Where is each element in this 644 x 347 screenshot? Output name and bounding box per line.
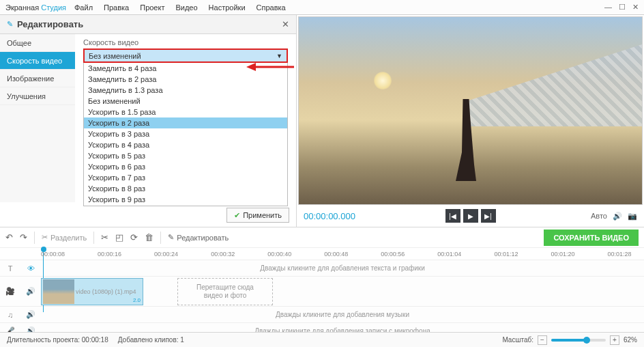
edit-icon: ✎ (7, 20, 13, 29)
tab-general[interactable]: Общее (0, 34, 75, 52)
speed-option[interactable]: Замедлить в 1.3 раза (84, 85, 287, 96)
speed-option[interactable]: Ускорить в 2 раза (84, 117, 287, 128)
music-track-hint: Дважды кликните для добавления музыки (41, 307, 644, 322)
speed-combo[interactable]: Без изменений ▼ (83, 48, 288, 63)
speed-option[interactable]: Ускорить в 6 раз (84, 161, 287, 172)
speed-field-label: Скорость видео (83, 38, 288, 46)
speed-option[interactable]: Ускорить в 7 раз (84, 172, 287, 183)
city-graphic (465, 44, 642, 126)
zoom-slider[interactable] (551, 339, 606, 342)
timeline-toolbar: ↶ ↷ ✂Разделить ✂ ◰ ⟳ 🗑 ✎Редактировать СО… (0, 227, 644, 247)
minimize-icon[interactable]: — (604, 3, 612, 12)
menu-edit[interactable]: Правка (104, 3, 129, 12)
edit-panel: ✎ Редактировать ✕ Общее Скорость видео И… (0, 15, 297, 227)
menu-video[interactable]: Видео (175, 3, 197, 12)
crop-icon[interactable]: ◰ (115, 232, 123, 242)
menu-file[interactable]: Файл (74, 3, 93, 12)
clip-size: 2.0 (133, 297, 141, 303)
speed-option[interactable]: Ускорить в 3 раза (84, 128, 287, 139)
video-icon: 🎥 (0, 287, 20, 296)
prev-button[interactable]: |◀ (445, 209, 460, 223)
ruler-tick: 00:00:24 (154, 251, 178, 258)
text-icon: T (0, 264, 20, 273)
save-video-button[interactable]: СОХРАНИТЬ ВИДЕО (544, 230, 639, 246)
speed-option[interactable]: Ускорить в 8 раз (84, 183, 287, 194)
visibility-icon[interactable]: 👁 (20, 264, 41, 273)
audio-toggle-icon[interactable]: 🔊 (20, 310, 41, 319)
speed-option[interactable]: Ускорить в 9 раз (84, 194, 287, 205)
apply-label: Применить (243, 211, 282, 219)
close-icon[interactable]: ✕ (632, 3, 639, 12)
ruler-tick: 00:00:16 (98, 251, 121, 258)
check-icon: ✔ (234, 211, 240, 220)
scissors-icon: ✂ (42, 233, 48, 242)
preview-panel: 00:00:00.000 |◀ ▶ ▶| Авто 🔊 📷 (297, 15, 644, 227)
snapshot-icon[interactable]: 📷 (628, 212, 637, 221)
edit-button[interactable]: ✎Редактировать (168, 233, 229, 242)
ruler-tick: 00:00:08 (41, 251, 65, 258)
timecode: 00:00:00.000 (304, 211, 355, 221)
clip-thumbnail (43, 279, 74, 304)
undo-icon[interactable]: ↶ (5, 232, 13, 242)
zoom-label: Масштаб: (502, 336, 533, 344)
delete-icon[interactable]: 🗑 (145, 232, 153, 242)
video-track[interactable]: 🎥 🔊 video (1080p) (1).mp4 2.0 Перетащите… (0, 276, 644, 306)
ruler-tick: 00:01:20 (551, 251, 574, 258)
video-preview[interactable] (298, 16, 643, 205)
tab-speed[interactable]: Скорость видео (0, 52, 75, 70)
tab-image[interactable]: Изображение (0, 70, 75, 87)
volume-icon[interactable]: 🔊 (613, 212, 622, 221)
time-ruler[interactable]: 00:00:0800:00:1600:00:2400:00:3200:00:40… (0, 247, 644, 260)
text-track[interactable]: T 👁 Дважды кликните для добавления текст… (0, 260, 644, 276)
duration-label: Длительность проекта: (7, 336, 80, 344)
clips-label: Добавлено клипов: (118, 336, 179, 344)
speed-option[interactable]: Ускорить в 5 раз (84, 150, 287, 161)
window-controls: — ☐ ✕ (604, 3, 639, 12)
audio-toggle-icon[interactable]: 🔊 (20, 287, 41, 296)
status-bar: Длительность проекта: 00:00:18 Добавлено… (0, 332, 644, 347)
speed-option[interactable]: Ускорить в 1.5 раза (84, 107, 287, 117)
speed-option[interactable]: Замедлить в 2 раза (84, 74, 287, 85)
svg-marker-1 (246, 63, 256, 71)
menu-project[interactable]: Проект (140, 3, 164, 12)
music-track[interactable]: ♫ 🔊 Дважды кликните для добавления музык… (0, 306, 644, 322)
speed-option[interactable]: Ускорить в 10 раз (84, 205, 287, 206)
video-dropzone[interactable]: Перетащите сюда видео и фото (177, 278, 273, 305)
app-name: Экранная Студия (5, 3, 66, 12)
menu-help[interactable]: Справка (257, 3, 286, 12)
zoom-control: Масштаб: − + 62% (502, 335, 637, 345)
tab-enhance[interactable]: Улучшения (0, 87, 75, 105)
ruler-tick: 00:01:04 (437, 251, 461, 258)
annotation-arrow (246, 61, 294, 72)
menu-settings[interactable]: Настройки (209, 3, 246, 12)
zoom-out-button[interactable]: − (538, 335, 547, 345)
ruler-tick: 00:00:40 (267, 251, 291, 258)
zoom-pct: 62% (624, 336, 637, 344)
rotate-icon[interactable]: ⟳ (130, 232, 138, 242)
sun-graphic (374, 72, 392, 89)
edit-panel-title: Редактировать (17, 19, 83, 29)
speed-option[interactable]: Без изменений (84, 96, 287, 107)
maximize-icon[interactable]: ☐ (619, 3, 626, 12)
ruler-tick: 00:01:12 (494, 251, 518, 258)
auto-label[interactable]: Авто (591, 212, 607, 220)
clip-name: video (1080p) (1).mp4 (76, 288, 136, 295)
edit-panel-close-icon[interactable]: ✕ (282, 19, 289, 29)
zoom-in-button[interactable]: + (610, 335, 619, 345)
menu-items: Файл Правка Проект Видео Настройки Справ… (74, 3, 286, 12)
chevron-down-icon: ▼ (276, 53, 282, 59)
menu-bar: Экранная Студия Файл Правка Проект Видео… (0, 0, 644, 15)
cut-icon[interactable]: ✂ (101, 232, 108, 242)
next-button[interactable]: ▶| (481, 209, 496, 223)
apply-button[interactable]: ✔ Применить (226, 208, 289, 223)
split-button[interactable]: ✂Разделить (42, 233, 87, 242)
clips-value: 1 (180, 336, 184, 344)
preview-controls: 00:00:00.000 |◀ ▶ ▶| Авто 🔊 📷 (297, 205, 644, 227)
video-clip[interactable]: video (1080p) (1).mp4 2.0 (41, 278, 143, 305)
speed-option[interactable]: Ускорить в 4 раза (84, 139, 287, 150)
speed-combo-value: Без изменений (89, 52, 141, 60)
play-button[interactable]: ▶ (463, 209, 478, 223)
ruler-tick: 00:00:48 (324, 251, 348, 258)
redo-icon[interactable]: ↷ (20, 232, 27, 242)
text-track-hint: Дважды кликните для добавления текста и … (41, 260, 644, 276)
